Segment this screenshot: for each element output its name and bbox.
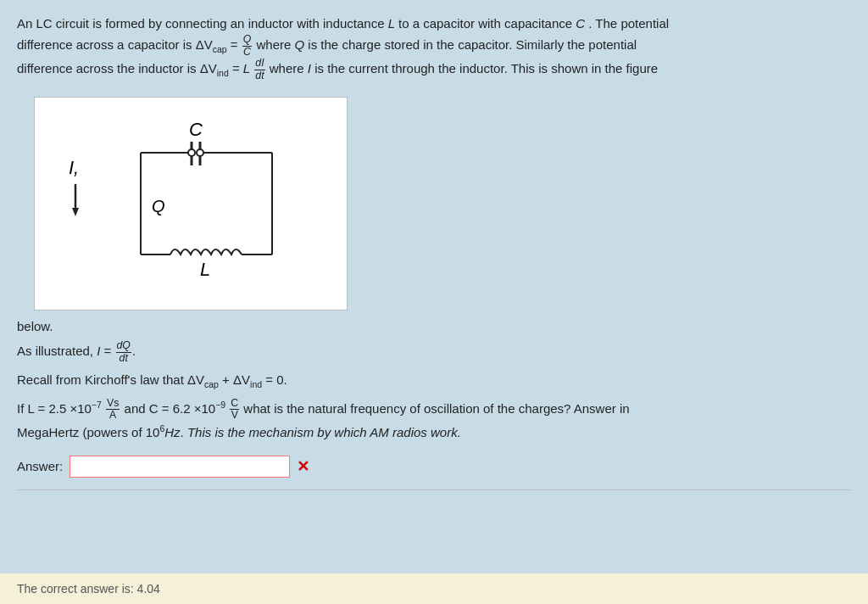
if-L-text: If L = 2.5 ×10−7 Vs A and C = 6.2 ×10−9 … [17, 401, 630, 439]
below-text: below. [17, 319, 851, 333]
correct-answer-bar: The correct answer is: 4.04 [0, 573, 868, 604]
C-num: C [230, 398, 239, 411]
L-variable: L [388, 16, 398, 31]
kirchoff-cap: cap [204, 379, 219, 389]
if-L-line: If L = 2.5 ×10−7 Vs A and C = 6.2 ×10−9 … [17, 398, 851, 444]
svg-text:L: L [200, 259, 210, 280]
C-exponent: −9 [215, 400, 225, 410]
fraction-denominator: C [242, 47, 252, 59]
svg-point-12 [188, 149, 195, 156]
main-content: An LC circuit is formed by connecting an… [0, 0, 868, 490]
C-variable: C [576, 16, 585, 31]
correct-answer-text: The correct answer is: 4.04 [17, 582, 160, 596]
intro-text-7: is the current through the inductor. Thi… [314, 61, 658, 76]
where-keyword: where [256, 37, 291, 52]
dQ-num: dQ [116, 340, 131, 353]
dI-numerator: dI [254, 58, 264, 70]
Vs-num: Vs [106, 398, 120, 411]
figure-inner: I, [43, 106, 331, 301]
Q-var-ref: Q [295, 37, 309, 52]
answer-input[interactable] [70, 456, 290, 478]
intro-text-1: An LC circuit is formed by connecting an… [17, 16, 385, 31]
svg-point-13 [197, 149, 203, 156]
svg-marker-2 [72, 208, 79, 216]
svg-text:C: C [189, 119, 203, 140]
svg-text:I,: I, [69, 157, 79, 178]
Vs-den: A [108, 410, 117, 422]
L-exponent: −7 [92, 400, 102, 410]
Vs-A-fraction: Vs A [106, 398, 120, 422]
dI-denominator: dt [254, 70, 264, 82]
intro-text-2: to a capacitor with capacitance [398, 16, 572, 31]
C-V-fraction: C V [230, 398, 239, 422]
dQ-dt-fraction: dQ dt [116, 340, 131, 364]
answer-section: Answer: ✕ [17, 456, 851, 478]
circuit-figure: I, [34, 97, 348, 310]
kirchoff-line: Recall from Kirchoff's law that ΔVcap + … [17, 369, 851, 393]
intro-paragraph: An LC circuit is formed by connecting an… [17, 14, 851, 81]
I-var-ref: I [308, 61, 314, 76]
Q-over-C-fraction: Q C [242, 34, 253, 58]
L-var-2: L [243, 61, 250, 76]
answer-label: Answer: [17, 459, 63, 473]
dQ-den: dt [119, 353, 129, 365]
cap-sub: cap [213, 44, 227, 54]
dI-dt-fraction: dI dt [254, 58, 264, 81]
as-illustrated-line: As illustrated, I = dQ dt . [17, 340, 851, 364]
page-wrapper: An LC circuit is formed by connecting an… [0, 0, 868, 604]
kirchoff-text: Recall from Kirchoff's law that ΔVcap + … [17, 372, 287, 387]
italic-radio-text: This is the mechanism by which AM radios… [187, 425, 461, 439]
fraction-numerator: Q [242, 34, 253, 47]
as-illustrated-text: As illustrated, I = dQ dt . [17, 344, 136, 358]
Hz-text: Hz [164, 425, 180, 439]
where-text-2: where [270, 61, 304, 76]
below-label: below. [17, 319, 53, 333]
intro-text-5-part: is the charge stored in the capacitor. S… [17, 37, 658, 76]
divider [17, 489, 851, 490]
C-den: V [231, 410, 239, 422]
svg-text:Q: Q [152, 197, 165, 215]
clear-button[interactable]: ✕ [297, 457, 309, 476]
circuit-svg: I, [43, 106, 331, 301]
kirchoff-ind: ind [250, 379, 262, 389]
ind-sub: ind [217, 68, 229, 78]
